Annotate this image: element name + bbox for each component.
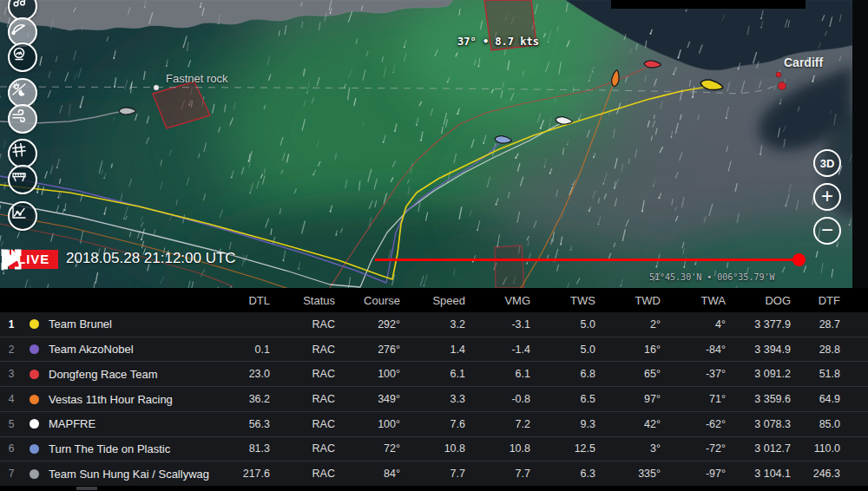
cardiff-marker-large — [779, 82, 786, 90]
table-row[interactable]: 6 Turn The Tide on Plastic 81.3RAC72°10.… — [0, 436, 868, 462]
table-cell: 335° — [608, 468, 673, 480]
table-cell: 5.0 — [542, 318, 608, 331]
table-cell: 349° — [347, 393, 412, 405]
timeline-timestamp: 2018.05.28 21:12:00 UTC — [66, 250, 236, 267]
timeline-track[interactable] — [375, 259, 799, 261]
table-cell: 276° — [347, 344, 412, 356]
table-cell: 3 012.7 — [738, 442, 803, 455]
cardiff-label: Cardiff — [784, 56, 823, 69]
fastnet-rock-marker — [154, 85, 159, 90]
table-cell: 2° — [608, 318, 673, 331]
table-cell: 3 091.2 — [738, 368, 803, 380]
rank-label: 4 — [0, 393, 23, 405]
table-cell: 71° — [673, 393, 738, 405]
rank-label: 5 — [0, 418, 23, 430]
team-color-dot — [30, 344, 39, 354]
team-name: Turn The Tide on Plastic — [45, 442, 217, 455]
table-cell: 23.0 — [217, 368, 282, 380]
table-cell: -62° — [673, 418, 738, 430]
wind-readout-label: 37° • 8.7 kts — [457, 36, 539, 48]
table-cell: 85.0 — [803, 418, 868, 430]
scrollbar-thumb[interactable] — [76, 487, 97, 490]
table-cell: 3° — [608, 442, 673, 455]
grid-icon — [10, 141, 29, 160]
table-cell: RAC — [282, 318, 347, 331]
table-cell: 292° — [347, 318, 412, 331]
rank-label: 6 — [0, 442, 23, 455]
zoom-in-button[interactable]: + — [813, 183, 841, 211]
course-protractor-icon — [10, 19, 29, 38]
toolbar-button-wind-layer[interactable] — [8, 104, 37, 134]
column-header-dtl: DTL — [217, 294, 282, 307]
toolbar-button-stats-chart[interactable] — [8, 201, 37, 231]
table-cell: 3 104.1 — [738, 468, 803, 480]
rank-label: 1 — [0, 318, 23, 331]
race-tracker-app: Fastnet rock Cardiff 37° • 8.7 kts 51°45… — [0, 0, 868, 491]
column-header-course: Course — [347, 294, 412, 307]
column-header-speed: Speed — [412, 294, 477, 307]
table-cell: RAC — [282, 368, 347, 380]
measure-icon — [10, 167, 29, 186]
team-name: Vestas 11th Hour Racing — [45, 393, 217, 406]
table-cell: 6.1 — [412, 368, 477, 380]
table-cell: 16° — [608, 344, 673, 356]
toolbar-button-helmsman[interactable] — [8, 43, 37, 72]
table-row[interactable]: 4 Vestas 11th Hour Racing 36.2RAC349°3.3… — [0, 386, 868, 411]
team-name: Team AkzoNobel — [45, 343, 217, 356]
timeline: LIVE 2018.05.28 21:12:00 UTC — [0, 248, 852, 274]
fullscreen-button[interactable] — [0, 248, 23, 271]
table-cell: 36.2 — [217, 393, 282, 405]
minus-icon: − — [821, 218, 833, 242]
wind-layer-icon — [10, 106, 29, 125]
view-3d-label: 3D — [820, 157, 835, 170]
table-cell: 110.0 — [803, 442, 868, 455]
column-header-status: Status — [282, 294, 347, 307]
table-cell: 6.1 — [477, 368, 542, 380]
timeline-handle[interactable] — [792, 253, 806, 266]
table-cell: -37° — [673, 368, 738, 380]
team-color-dot — [30, 444, 39, 454]
table-cell: 4° — [673, 318, 738, 331]
table-cell: -1.4 — [477, 344, 542, 356]
toolbar-button-grid[interactable] — [8, 139, 37, 168]
table-cell: 6.3 — [542, 468, 608, 480]
table-cell: 246.3 — [803, 468, 868, 480]
table-cell: 7.2 — [477, 418, 542, 430]
table-body: 1 Team Brunel RAC292°3.2-3.15.02°4°3 377… — [0, 312, 868, 486]
leaderboard-table: DTLStatusCourseSpeedVMGTWSTWDTWADOGDTF 1… — [0, 288, 868, 486]
table-cell: 72° — [347, 442, 412, 455]
table-cell: -84° — [673, 344, 738, 356]
column-header-twd: TWD — [608, 294, 673, 307]
table-header-row: DTLStatusCourseSpeedVMGTWSTWDTWADOGDTF — [0, 288, 868, 312]
table-cell: 1.4 — [412, 344, 477, 356]
stats-chart-icon — [10, 203, 29, 222]
table-cell: 3 377.9 — [738, 318, 803, 331]
table-cell: 28.8 — [803, 344, 868, 356]
table-row[interactable]: 5 MAPFRE 56.3RAC100°7.67.29.342°-62°3 07… — [0, 411, 868, 436]
column-header-dtf: DTF — [803, 294, 868, 307]
view-3d-button[interactable]: 3D — [813, 149, 841, 177]
right-edge-strip — [852, 0, 868, 288]
table-row[interactable]: 2 Team AkzoNobel 0.1RAC276°1.4-1.45.016°… — [0, 337, 868, 362]
table-cell: 84° — [347, 468, 412, 480]
toolbar-button-day-night[interactable] — [8, 78, 37, 108]
table-cell: 10.8 — [477, 442, 542, 455]
table-cell: 6.5 — [542, 393, 608, 405]
table-row[interactable]: 3 Dongfeng Race Team 23.0RAC100°6.16.16.… — [0, 361, 868, 386]
rank-label: 7 — [0, 468, 23, 480]
column-header-tws: TWS — [542, 294, 608, 307]
table-cell: 5.0 — [542, 344, 608, 356]
zoom-out-button[interactable]: − — [813, 217, 841, 245]
toolbar-button-measure[interactable] — [8, 165, 37, 194]
table-cell: 3 359.6 — [738, 393, 803, 405]
table-row[interactable]: 1 Team Brunel RAC292°3.2-3.15.02°4°3 377… — [0, 312, 868, 337]
helmsman-icon — [10, 44, 29, 63]
table-cell: 7.7 — [412, 468, 477, 480]
bottom-scrollbar[interactable] — [0, 486, 868, 491]
table-cell: 97° — [608, 393, 673, 405]
race-map[interactable]: Fastnet rock Cardiff 37° • 8.7 kts 51°45… — [0, 0, 852, 288]
table-cell: 64.9 — [803, 393, 868, 405]
table-row[interactable]: 7 Team Sun Hung Kai / Scallywag 217.6RAC… — [0, 461, 868, 486]
team-color-dot — [30, 370, 39, 379]
table-cell: 100° — [347, 418, 412, 430]
